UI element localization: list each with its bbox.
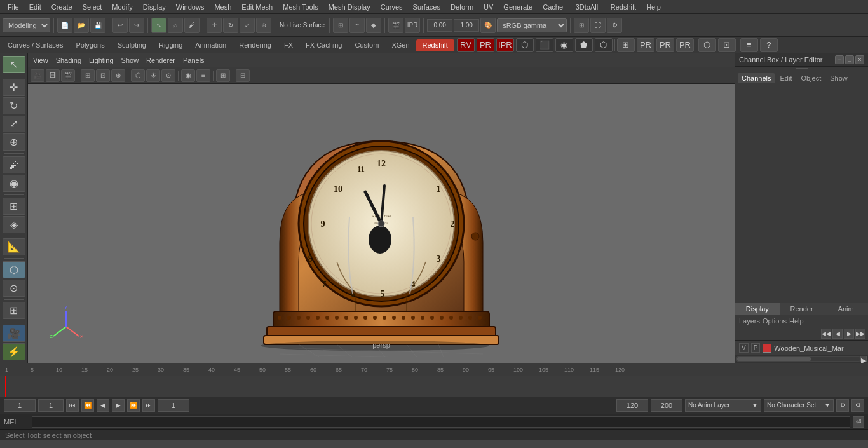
rs-btn-12[interactable]: PR (676, 38, 694, 52)
layer-color-swatch[interactable] (763, 344, 771, 353)
menu-mesh-tools[interactable]: Mesh Tools (278, 2, 323, 12)
disp-tab-render[interactable]: Render (780, 303, 824, 315)
settings-btn[interactable]: ⚙ (607, 18, 622, 33)
rs-btn-9[interactable]: ⊞ (617, 38, 635, 52)
vp-menu-lighting[interactable]: Lighting (89, 57, 114, 64)
rs-btn-5[interactable]: ⬛ (536, 38, 553, 52)
cmd-exec-btn[interactable]: ⏎ (853, 416, 864, 428)
color-space-dropdown[interactable]: sRGB gamma (497, 18, 567, 32)
ch-tab-edit[interactable]: Edit (776, 73, 796, 83)
color-icon-btn[interactable]: 🎨 (480, 18, 496, 33)
menu-create[interactable]: Create (46, 2, 78, 12)
tab-custom[interactable]: Custom (349, 39, 386, 51)
redo-btn[interactable]: ↪ (129, 18, 144, 33)
goto-end-btn[interactable]: ⏭ (142, 399, 155, 412)
camera-btn[interactable]: 🎥 (3, 325, 25, 342)
vp-menu-renderer[interactable]: Renderer (146, 57, 175, 64)
menu-edit-mesh[interactable]: Edit Mesh (236, 2, 278, 12)
rs-btn-1[interactable]: RV (457, 38, 475, 52)
menu-curves[interactable]: Curves (376, 2, 408, 12)
vp-light-btn[interactable]: ☀ (146, 69, 160, 82)
tab-sculpting[interactable]: Sculpting (111, 39, 153, 51)
sculpt-btn[interactable]: ◉ (3, 175, 25, 192)
vp-menu-show[interactable]: Show (121, 57, 139, 64)
current-frame-input[interactable] (4, 399, 36, 412)
scale-tool-btn[interactable]: ⤢ (240, 18, 255, 33)
universal-manip-btn[interactable]: ⊕ (256, 18, 271, 33)
scroll-thumb[interactable] (737, 357, 811, 361)
snap-curve-btn[interactable]: ~ (349, 18, 365, 33)
vp-film-btn[interactable]: 🎞 (46, 69, 60, 82)
redshift-icon-btn[interactable]: ⚡ (3, 343, 25, 360)
menu-cache[interactable]: Cache (538, 2, 568, 12)
scroll-right-btn[interactable]: ▶ (860, 356, 867, 362)
timeline-track[interactable] (0, 376, 868, 397)
layer-visibility-btn[interactable]: V (739, 343, 749, 353)
move-mode-btn[interactable]: ✛ (3, 79, 25, 96)
tab-xgen[interactable]: XGen (385, 39, 416, 51)
menu-uv[interactable]: UV (478, 2, 498, 12)
cmd-input[interactable] (32, 416, 850, 428)
layer-arr-2[interactable]: ◀ (832, 329, 843, 339)
universal-mode-btn[interactable]: ⊕ (3, 133, 25, 151)
menu-select[interactable]: Select (78, 2, 107, 12)
rotate-tool-btn[interactable]: ↻ (223, 18, 238, 33)
rs-btn-4[interactable]: ⬡ (516, 38, 534, 52)
menu-display[interactable]: Display (138, 2, 171, 12)
rs-btn-15[interactable]: ≡ (740, 38, 758, 52)
vp-render-btn[interactable]: 🎬 (61, 69, 75, 82)
rs-btn-7[interactable]: ⬟ (575, 38, 593, 52)
panel-restore-btn[interactable]: □ (845, 55, 854, 64)
step-back-btn[interactable]: ⏪ (81, 399, 94, 412)
anim-prefs-btn[interactable]: ⚙ (851, 399, 864, 412)
char-set-dropdown[interactable]: No Character Set ▼ (764, 399, 834, 412)
xray-btn[interactable]: ⊙ (3, 280, 25, 297)
new-scene-btn[interactable]: 📄 (57, 18, 72, 33)
ch-tab-show[interactable]: Show (826, 73, 851, 83)
vp-menu-panels[interactable]: Panels (183, 57, 205, 64)
help-label[interactable]: Help (789, 317, 804, 325)
rs-btn-6[interactable]: ◉ (555, 38, 573, 52)
snap-grid-btn[interactable]: ⊞ (333, 18, 348, 33)
menu-mesh-display[interactable]: Mesh Display (323, 2, 376, 12)
render-btn[interactable]: 🎬 (388, 18, 403, 33)
select-mode-btn[interactable]: ↖ (3, 56, 25, 73)
scale-mode-btn[interactable]: ⤢ (3, 116, 25, 133)
vp-menu-view[interactable]: View (33, 57, 48, 64)
rotate-mode-btn[interactable]: ↻ (3, 97, 25, 114)
vp-grid-btn[interactable]: ⊡ (96, 69, 110, 82)
frame-right-input[interactable] (158, 399, 189, 412)
shading-btn[interactable]: ⬡ (3, 261, 25, 278)
panel-close-btn[interactable]: × (855, 55, 864, 64)
paint-sel-btn[interactable]: 🖌 (184, 18, 200, 33)
vp-hud-btn[interactable]: ⊟ (236, 69, 250, 82)
tab-fx[interactable]: FX (278, 39, 299, 51)
vp-snap-btn[interactable]: ⊕ (111, 69, 125, 82)
save-scene-btn[interactable]: 💾 (90, 18, 105, 33)
tab-curves-surfaces[interactable]: Curves / Surfaces (1, 39, 69, 51)
disp-tab-anim[interactable]: Anim (824, 303, 868, 315)
goto-start-btn[interactable]: ⏮ (66, 399, 79, 412)
step-fwd-btn[interactable]: ⏩ (127, 399, 140, 412)
autokey-btn[interactable]: ⚙ (836, 399, 849, 412)
play-fwd-btn[interactable]: ▶ (112, 399, 125, 412)
vp-xray-btn[interactable]: ⊙ (161, 69, 175, 82)
tab-redshift[interactable]: Redshift (416, 39, 454, 51)
tab-rigging[interactable]: Rigging (153, 39, 189, 51)
menu-3dtall[interactable]: -3DtoAll- (568, 2, 606, 12)
lasso-tool-btn[interactable]: ⌕ (168, 18, 183, 33)
undo-btn[interactable]: ↩ (112, 18, 128, 33)
panel-minimize-btn[interactable]: − (835, 55, 844, 64)
mode-dropdown[interactable]: Modeling (3, 18, 50, 32)
range-end-input[interactable] (651, 399, 682, 412)
soft-sel-btn[interactable]: ◈ (3, 216, 25, 233)
play-back-btn[interactable]: ◀ (97, 399, 109, 412)
anim-layer-dropdown[interactable]: No Anim Layer ▼ (685, 399, 761, 412)
menu-redshift[interactable]: Redshift (606, 2, 641, 12)
layer-arr-4[interactable]: ▶▶ (855, 329, 865, 339)
menu-surfaces[interactable]: Surfaces (408, 2, 445, 12)
disp-tab-display[interactable]: Display (735, 303, 780, 315)
rs-btn-13[interactable]: ⬡ (698, 38, 716, 52)
layout-btn[interactable]: ⊞ (574, 18, 589, 33)
paint-btn[interactable]: 🖌 (3, 156, 25, 173)
